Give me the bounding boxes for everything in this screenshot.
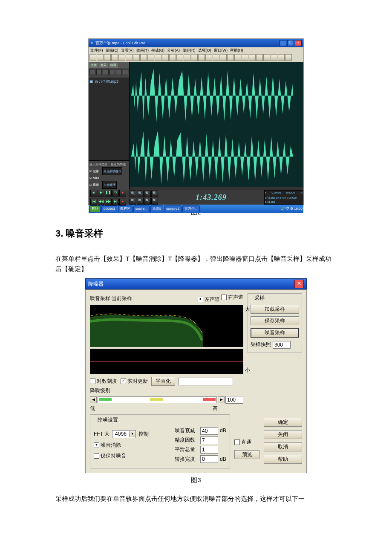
sb-icon[interactable] xyxy=(103,69,109,75)
menu-edit[interactable]: 编辑(E) xyxy=(106,47,118,53)
rewind-button[interactable]: ◀◀ xyxy=(98,199,104,205)
record-button[interactable]: ● xyxy=(119,190,126,197)
toolbar-button[interactable] xyxy=(220,54,227,61)
maximize-button[interactable]: ❐ xyxy=(287,40,294,46)
toolbar-button[interactable] xyxy=(89,54,96,61)
toolbar-button[interactable] xyxy=(155,54,161,61)
sb-icon[interactable] xyxy=(96,69,102,75)
window-titlebar[interactable]: ✦ 百万个吻.mp3 - Cool Edit Pro _ ❐ × xyxy=(89,39,303,47)
sb-tab-effects[interactable]: 效果 xyxy=(99,63,108,68)
sb-icon[interactable] xyxy=(116,69,122,75)
zoom-out-button[interactable]: 🔍 xyxy=(137,191,144,197)
toolbar-button[interactable] xyxy=(111,54,118,61)
toolbar-button[interactable] xyxy=(227,54,234,61)
forward-button[interactable]: ▶▶ xyxy=(105,199,112,205)
toolbar-button[interactable] xyxy=(118,54,125,61)
close-button[interactable]: ✕ xyxy=(294,280,304,288)
record-button[interactable]: ● xyxy=(119,199,126,205)
list-item[interactable]: ▣百万个吻.mp3 xyxy=(89,78,128,84)
check-icon[interactable]: ☑ xyxy=(89,182,92,187)
zoom-button[interactable]: 🔍 xyxy=(137,198,144,205)
menu-view[interactable]: 查看(V) xyxy=(121,47,134,53)
taskbar-tab[interactable]: 000003 xyxy=(101,205,117,212)
toolbar-button[interactable] xyxy=(256,54,263,61)
time-ruler[interactable] xyxy=(130,187,303,190)
menu-analyze[interactable]: 分析(A) xyxy=(167,47,180,53)
stop-button[interactable]: ■ xyxy=(90,190,97,197)
noise-spectrum-view[interactable]: 大 xyxy=(90,305,243,347)
toolbar-button[interactable] xyxy=(213,54,219,61)
tray-icon[interactable]: 🔊 xyxy=(281,206,285,212)
toolbar-button[interactable] xyxy=(263,54,270,61)
menubar[interactable]: 文件(F) 编辑(E) 查看(V) 效果(T) 生成(G) 分析(A) 偏好(R… xyxy=(89,47,303,53)
smooth-input[interactable]: 1 xyxy=(200,446,218,454)
taskbar-tab[interactable]: 教程区 xyxy=(118,205,133,212)
go-end-button[interactable]: ▶| xyxy=(112,199,119,205)
taskbar-tab[interactable]: 迅雷5 xyxy=(150,205,163,212)
toolbar-button[interactable] xyxy=(176,54,183,61)
menu-generate[interactable]: 生成(G) xyxy=(151,47,164,53)
bypass-checkbox[interactable]: 直通 xyxy=(234,438,251,446)
toolbar-button[interactable] xyxy=(278,54,285,61)
toolbar-button[interactable] xyxy=(147,54,154,61)
taskbar-tab[interactable]: 百万个... xyxy=(182,205,200,212)
check-icon[interactable]: ☑ xyxy=(89,176,92,180)
flatten-button[interactable]: 平直化 xyxy=(151,377,175,386)
ok-button[interactable]: 确定 xyxy=(264,418,302,427)
slider-left-arrow[interactable]: ◀ xyxy=(90,396,97,403)
help-button[interactable]: 帮助 xyxy=(264,455,302,464)
toolbar-button[interactable] xyxy=(169,54,176,61)
toolbar-button[interactable] xyxy=(271,54,277,61)
menu-favorites[interactable]: 偏好(R) xyxy=(182,47,196,53)
save-profile-button[interactable]: 保存采样 xyxy=(251,316,299,325)
log-scale-checkbox[interactable]: 对数刻度 xyxy=(90,377,117,385)
text-input[interactable] xyxy=(179,378,233,385)
toolbar-button[interactable] xyxy=(249,54,256,61)
capture-noise-button[interactable]: 噪音采样 xyxy=(251,328,299,338)
toolbar-button[interactable] xyxy=(285,54,292,61)
sb-icon[interactable] xyxy=(110,69,115,75)
sb-tab-files[interactable]: 文件 xyxy=(89,63,98,68)
nr-level-value[interactable]: 100 xyxy=(225,396,243,404)
auto-btn[interactable]: 自动处理 xyxy=(102,181,117,189)
close-button[interactable]: × xyxy=(295,40,302,46)
sb-icon[interactable] xyxy=(89,69,95,75)
menu-window[interactable]: 窗口(W) xyxy=(214,47,228,53)
pause-button[interactable]: ❚❚ xyxy=(105,190,112,197)
tray-icon[interactable]: 🛡 xyxy=(286,206,289,212)
toolbar-button[interactable] xyxy=(191,54,198,61)
menu-effects[interactable]: 效果(T) xyxy=(136,47,149,53)
close-dialog-button[interactable]: 关闭 xyxy=(264,430,302,439)
toolbar-button[interactable] xyxy=(234,54,241,61)
taskbar[interactable]: 开始 000003 教程区 cool e... 迅雷5 coolpro2 百万个… xyxy=(89,205,303,213)
envelope-view[interactable]: 小 xyxy=(90,349,243,374)
keep-noise-radio[interactable]: 仅保持噪音 xyxy=(94,452,126,460)
load-profile-button[interactable]: 加载采样 xyxy=(251,305,299,314)
toolbar-button[interactable] xyxy=(133,54,140,61)
zoom-button[interactable]: 🔍 xyxy=(130,198,136,205)
left-channel-radio[interactable]: ●左声道 xyxy=(198,295,220,304)
dialog-titlebar[interactable]: 降噪器 ✕ xyxy=(85,278,307,289)
tray-icon[interactable]: ⚙ xyxy=(290,206,293,212)
start-button[interactable]: 开始 xyxy=(89,205,101,212)
remove-noise-radio[interactable]: ●噪音消除 xyxy=(94,441,121,449)
precision-input[interactable]: 7 xyxy=(200,436,218,444)
trans-input[interactable]: 0 xyxy=(200,455,218,463)
wave-channel-left[interactable] xyxy=(131,66,293,126)
chevron-down-icon[interactable]: ▼ xyxy=(129,431,135,437)
loop-button[interactable]: ↻ xyxy=(112,190,119,197)
toolbar-button[interactable] xyxy=(242,54,248,61)
toolbar-button[interactable] xyxy=(162,54,169,61)
minimize-button[interactable]: _ xyxy=(280,40,286,46)
toolbar-button[interactable] xyxy=(205,54,212,61)
zoom-button[interactable]: 🔍 xyxy=(151,198,158,205)
file-list[interactable]: ▣百万个吻.mp3 xyxy=(89,78,129,160)
preview-button[interactable]: 预览 xyxy=(234,450,260,459)
check-icon[interactable]: ☑ xyxy=(89,169,92,173)
toolbar-button[interactable] xyxy=(184,54,190,61)
menu-options[interactable]: 选项(O) xyxy=(198,47,211,53)
toolbar-button[interactable] xyxy=(198,54,205,61)
slider-right-arrow[interactable]: ▶ xyxy=(218,396,225,403)
sb-icon[interactable] xyxy=(123,69,129,75)
waveform-view[interactable] xyxy=(130,62,303,190)
